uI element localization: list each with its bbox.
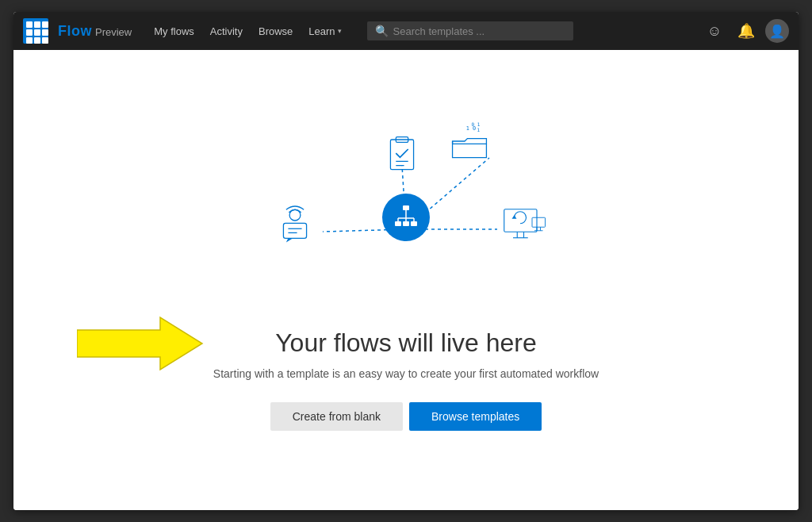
nav-myflows[interactable]: My flows bbox=[147, 22, 201, 40]
main-content: 1 0 0 1 1 bbox=[13, 50, 799, 510]
notification-bell-icon[interactable]: 🔔 bbox=[733, 18, 759, 44]
search-box[interactable]: 🔍 bbox=[367, 21, 573, 40]
svg-rect-8 bbox=[411, 221, 417, 226]
yellow-arrow bbox=[77, 316, 204, 374]
folder-node: 1 0 0 1 1 bbox=[446, 122, 493, 170]
svg-rect-15 bbox=[283, 223, 306, 238]
svg-marker-0 bbox=[77, 317, 202, 370]
svg-marker-30 bbox=[512, 215, 517, 219]
svg-rect-7 bbox=[403, 221, 409, 226]
nav-learn[interactable]: Learn ▾ bbox=[302, 22, 347, 40]
smiley-icon[interactable]: ☺ bbox=[702, 18, 727, 44]
center-flow-icon bbox=[382, 194, 430, 241]
search-input[interactable] bbox=[393, 25, 565, 37]
heading-text: Your flows will live here bbox=[275, 328, 537, 357]
page-heading: Your flows will live here bbox=[275, 328, 537, 358]
waffle-menu[interactable] bbox=[23, 18, 48, 44]
chat-node bbox=[271, 202, 319, 249]
nav-right-icons: ☺ 🔔 👤 bbox=[702, 18, 789, 44]
clipboard-node bbox=[378, 130, 426, 178]
illustration: 1 0 0 1 1 bbox=[255, 106, 557, 313]
navbar: Flow Preview My flows Activity Browse Le… bbox=[13, 12, 799, 50]
svg-text:1: 1 bbox=[477, 127, 480, 132]
browse-templates-button[interactable]: Browse templates bbox=[409, 402, 542, 431]
svg-rect-31 bbox=[532, 217, 546, 227]
nav-browse[interactable]: Browse bbox=[252, 22, 299, 40]
monitor-node bbox=[501, 202, 549, 249]
brand-flow[interactable]: Flow bbox=[58, 23, 92, 40]
user-avatar[interactable]: 👤 bbox=[765, 19, 789, 43]
nav-activity[interactable]: Activity bbox=[204, 22, 249, 40]
search-icon: 🔍 bbox=[375, 25, 389, 37]
page-subtext: Starting with a template is an easy way … bbox=[213, 367, 599, 380]
svg-rect-5 bbox=[403, 205, 409, 210]
svg-marker-18 bbox=[286, 238, 293, 242]
nav-links: My flows Activity Browse Learn ▾ bbox=[147, 22, 347, 40]
brand-preview: Preview bbox=[95, 26, 132, 38]
svg-rect-6 bbox=[395, 221, 401, 226]
learn-chevron-icon: ▾ bbox=[338, 27, 342, 35]
action-buttons: Create from blank Browse templates bbox=[270, 402, 542, 431]
user-icon: 👤 bbox=[769, 24, 785, 39]
app-window: Flow Preview My flows Activity Browse Le… bbox=[13, 12, 799, 510]
create-from-blank-button[interactable]: Create from blank bbox=[270, 402, 403, 431]
brand: Flow Preview bbox=[58, 23, 132, 40]
